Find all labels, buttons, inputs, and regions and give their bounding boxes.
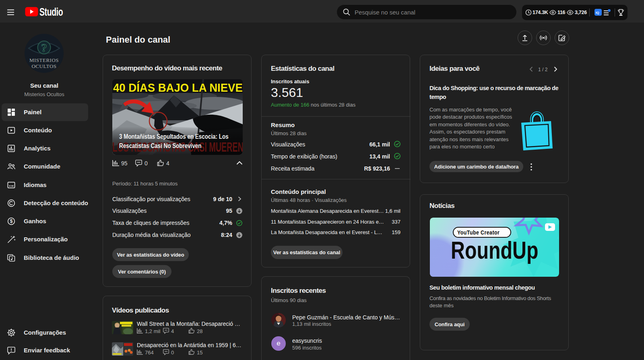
- svg-text:40 DÍAS BAJO LA NIEVE: 40 DÍAS BAJO LA NIEVE: [113, 81, 243, 94]
- svg-text:RoundUp: RoundUp: [451, 236, 538, 264]
- svg-text:YouTube Creator: YouTube Creator: [457, 229, 500, 235]
- svg-text:MISTERIOS: MISTERIOS: [29, 57, 59, 63]
- svg-text:OCULTOS: OCULTOS: [31, 63, 56, 69]
- svg-text:Rescatistas Casi No Sobreviven: Rescatistas Casi No Sobreviven: [119, 142, 202, 149]
- svg-text:$: $: [10, 218, 13, 224]
- svg-text:?: ?: [41, 41, 47, 54]
- svg-text:3 Montañistas Sepultados en Es: 3 Montañistas Sepultados en Escocia: Los: [119, 133, 229, 140]
